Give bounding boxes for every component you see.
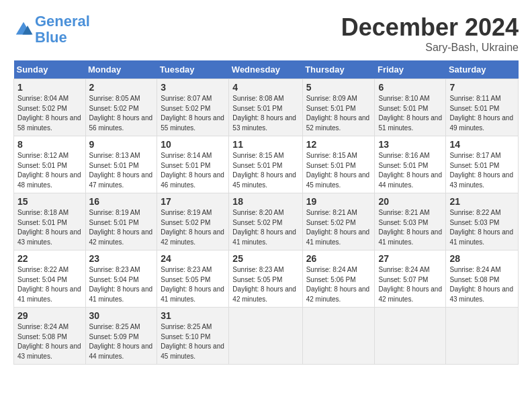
calendar-cell bbox=[229, 308, 302, 365]
calendar-cell: 22 Sunrise: 8:22 AMSunset: 5:04 PMDaylig… bbox=[14, 250, 86, 308]
day-info: Sunrise: 8:20 AMSunset: 5:02 PMDaylight:… bbox=[232, 209, 296, 246]
calendar-table: Sunday Monday Tuesday Wednesday Thursday… bbox=[13, 60, 519, 365]
month-title: December 2024 bbox=[341, 13, 519, 42]
day-info: Sunrise: 8:23 AMSunset: 5:04 PMDaylight:… bbox=[89, 266, 153, 303]
day-info: Sunrise: 8:15 AMSunset: 5:01 PMDaylight:… bbox=[232, 152, 296, 189]
day-number: 13 bbox=[378, 139, 442, 150]
calendar-cell: 27 Sunrise: 8:24 AMSunset: 5:07 PMDaylig… bbox=[375, 250, 446, 308]
day-number: 24 bbox=[161, 253, 225, 264]
day-number: 18 bbox=[232, 196, 298, 207]
day-number: 31 bbox=[161, 310, 225, 321]
calendar-cell: 26 Sunrise: 8:24 AMSunset: 5:06 PMDaylig… bbox=[302, 250, 375, 308]
calendar-cell: 5 Sunrise: 8:09 AMSunset: 5:01 PMDayligh… bbox=[302, 79, 375, 136]
day-number: 7 bbox=[449, 82, 515, 93]
day-number: 14 bbox=[449, 139, 515, 150]
day-number: 3 bbox=[161, 82, 225, 93]
calendar-cell: 19 Sunrise: 8:21 AMSunset: 5:02 PMDaylig… bbox=[302, 193, 375, 250]
day-number: 27 bbox=[378, 253, 442, 264]
day-info: Sunrise: 8:24 AMSunset: 5:07 PMDaylight:… bbox=[378, 266, 442, 303]
day-info: Sunrise: 8:19 AMSunset: 5:01 PMDaylight:… bbox=[89, 209, 153, 246]
logo: General Blue bbox=[13, 13, 90, 46]
day-info: Sunrise: 8:16 AMSunset: 5:01 PMDaylight:… bbox=[378, 152, 442, 189]
day-info: Sunrise: 8:13 AMSunset: 5:01 PMDaylight:… bbox=[89, 152, 153, 189]
day-number: 11 bbox=[232, 139, 298, 150]
day-info: Sunrise: 8:23 AMSunset: 5:05 PMDaylight:… bbox=[161, 266, 224, 303]
day-number: 12 bbox=[306, 139, 371, 150]
calendar-cell: 20 Sunrise: 8:21 AMSunset: 5:03 PMDaylig… bbox=[375, 193, 446, 250]
calendar-cell: 3 Sunrise: 8:07 AMSunset: 5:02 PMDayligh… bbox=[157, 79, 229, 136]
calendar-cell: 9 Sunrise: 8:13 AMSunset: 5:01 PMDayligh… bbox=[85, 136, 157, 193]
day-number: 23 bbox=[89, 253, 154, 264]
calendar-cell: 2 Sunrise: 8:05 AMSunset: 5:02 PMDayligh… bbox=[85, 79, 157, 136]
calendar-cell: 25 Sunrise: 8:23 AMSunset: 5:05 PMDaylig… bbox=[229, 250, 302, 308]
col-monday: Monday bbox=[85, 60, 157, 79]
day-info: Sunrise: 8:24 AMSunset: 5:08 PMDaylight:… bbox=[449, 266, 513, 303]
day-info: Sunrise: 8:18 AMSunset: 5:01 PMDaylight:… bbox=[17, 209, 81, 246]
calendar-cell: 18 Sunrise: 8:20 AMSunset: 5:02 PMDaylig… bbox=[229, 193, 302, 250]
calendar-cell bbox=[375, 308, 446, 365]
day-number: 28 bbox=[449, 253, 515, 264]
day-info: Sunrise: 8:22 AMSunset: 5:04 PMDaylight:… bbox=[17, 266, 81, 303]
day-info: Sunrise: 8:24 AMSunset: 5:06 PMDaylight:… bbox=[306, 266, 370, 303]
calendar-cell: 1 Sunrise: 8:04 AMSunset: 5:02 PMDayligh… bbox=[14, 79, 86, 136]
day-info: Sunrise: 8:25 AMSunset: 5:09 PMDaylight:… bbox=[89, 323, 153, 360]
calendar-row: 8 Sunrise: 8:12 AMSunset: 5:01 PMDayligh… bbox=[14, 136, 519, 193]
day-info: Sunrise: 8:12 AMSunset: 5:01 PMDaylight:… bbox=[17, 152, 81, 189]
calendar-cell: 12 Sunrise: 8:15 AMSunset: 5:01 PMDaylig… bbox=[302, 136, 375, 193]
calendar-cell: 6 Sunrise: 8:10 AMSunset: 5:01 PMDayligh… bbox=[375, 79, 446, 136]
day-number: 17 bbox=[161, 196, 225, 207]
logo-text: General Blue bbox=[35, 13, 90, 46]
calendar-cell: 21 Sunrise: 8:22 AMSunset: 5:03 PMDaylig… bbox=[446, 193, 519, 250]
day-number: 22 bbox=[17, 253, 82, 264]
day-number: 6 bbox=[378, 82, 442, 93]
calendar-cell: 10 Sunrise: 8:14 AMSunset: 5:01 PMDaylig… bbox=[157, 136, 229, 193]
calendar-cell: 31 Sunrise: 8:25 AMSunset: 5:10 PMDaylig… bbox=[157, 308, 229, 365]
day-number: 4 bbox=[232, 82, 298, 93]
day-number: 20 bbox=[378, 196, 442, 207]
day-number: 26 bbox=[306, 253, 371, 264]
calendar-cell: 29 Sunrise: 8:24 AMSunset: 5:08 PMDaylig… bbox=[14, 308, 86, 365]
calendar-cell bbox=[302, 308, 375, 365]
day-info: Sunrise: 8:04 AMSunset: 5:02 PMDaylight:… bbox=[17, 95, 81, 132]
day-info: Sunrise: 8:14 AMSunset: 5:01 PMDaylight:… bbox=[161, 152, 224, 189]
location-title: Sary-Bash, Ukraine bbox=[341, 42, 519, 54]
day-number: 10 bbox=[161, 139, 225, 150]
day-number: 2 bbox=[89, 82, 154, 93]
calendar-cell: 13 Sunrise: 8:16 AMSunset: 5:01 PMDaylig… bbox=[375, 136, 446, 193]
header-row: Sunday Monday Tuesday Wednesday Thursday… bbox=[14, 60, 519, 79]
calendar-cell: 17 Sunrise: 8:19 AMSunset: 5:02 PMDaylig… bbox=[157, 193, 229, 250]
calendar-cell: 14 Sunrise: 8:17 AMSunset: 5:01 PMDaylig… bbox=[446, 136, 519, 193]
day-number: 15 bbox=[17, 196, 82, 207]
day-info: Sunrise: 8:15 AMSunset: 5:01 PMDaylight:… bbox=[306, 152, 370, 189]
calendar-cell: 28 Sunrise: 8:24 AMSunset: 5:08 PMDaylig… bbox=[446, 250, 519, 308]
day-number: 25 bbox=[232, 253, 298, 264]
calendar-cell: 15 Sunrise: 8:18 AMSunset: 5:01 PMDaylig… bbox=[14, 193, 86, 250]
day-number: 29 bbox=[17, 310, 82, 321]
day-number: 30 bbox=[89, 310, 154, 321]
calendar-row: 22 Sunrise: 8:22 AMSunset: 5:04 PMDaylig… bbox=[14, 250, 519, 308]
day-info: Sunrise: 8:09 AMSunset: 5:01 PMDaylight:… bbox=[306, 95, 370, 132]
col-wednesday: Wednesday bbox=[229, 60, 302, 79]
day-info: Sunrise: 8:10 AMSunset: 5:01 PMDaylight:… bbox=[378, 95, 442, 132]
day-number: 21 bbox=[449, 196, 515, 207]
calendar-cell: 11 Sunrise: 8:15 AMSunset: 5:01 PMDaylig… bbox=[229, 136, 302, 193]
col-thursday: Thursday bbox=[302, 60, 375, 79]
calendar-row: 15 Sunrise: 8:18 AMSunset: 5:01 PMDaylig… bbox=[14, 193, 519, 250]
day-info: Sunrise: 8:19 AMSunset: 5:02 PMDaylight:… bbox=[161, 209, 224, 246]
col-friday: Friday bbox=[375, 60, 446, 79]
day-info: Sunrise: 8:24 AMSunset: 5:08 PMDaylight:… bbox=[17, 323, 81, 360]
calendar-cell: 30 Sunrise: 8:25 AMSunset: 5:09 PMDaylig… bbox=[85, 308, 157, 365]
day-number: 8 bbox=[17, 139, 82, 150]
page-header: General Blue December 2024 Sary-Bash, Uk… bbox=[13, 13, 519, 54]
day-info: Sunrise: 8:17 AMSunset: 5:01 PMDaylight:… bbox=[449, 152, 513, 189]
calendar-cell: 23 Sunrise: 8:23 AMSunset: 5:04 PMDaylig… bbox=[85, 250, 157, 308]
day-info: Sunrise: 8:08 AMSunset: 5:01 PMDaylight:… bbox=[232, 95, 296, 132]
day-info: Sunrise: 8:07 AMSunset: 5:02 PMDaylight:… bbox=[161, 95, 224, 132]
title-block: December 2024 Sary-Bash, Ukraine bbox=[341, 13, 519, 54]
calendar-cell: 8 Sunrise: 8:12 AMSunset: 5:01 PMDayligh… bbox=[14, 136, 86, 193]
day-number: 19 bbox=[306, 196, 371, 207]
day-number: 1 bbox=[17, 82, 82, 93]
day-info: Sunrise: 8:22 AMSunset: 5:03 PMDaylight:… bbox=[449, 209, 513, 246]
col-tuesday: Tuesday bbox=[157, 60, 229, 79]
col-sunday: Sunday bbox=[14, 60, 86, 79]
